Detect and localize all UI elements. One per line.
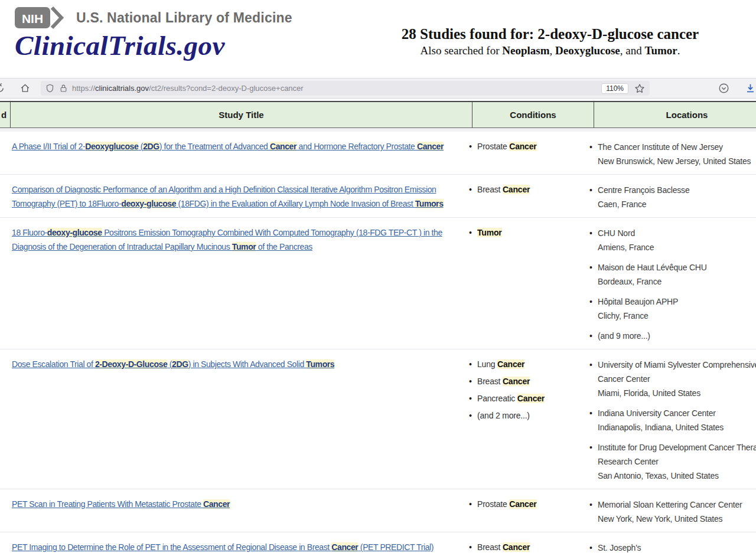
- page: NIH U.S. National Library of Medicine Cl…: [0, 0, 756, 556]
- conditions-cell: •Lung Cancer•Breast Cancer•Pancreatic Ca…: [462, 349, 584, 489]
- zoom-level-badge[interactable]: 110%: [601, 83, 628, 94]
- study-title-cell: A Phase I/II Trial of 2-Deoxyglucose (2D…: [0, 132, 462, 174]
- shield-icon[interactable]: [45, 84, 54, 93]
- url-text[interactable]: https://clinicaltrials.gov/ct2/results?c…: [72, 84, 304, 93]
- bullet-icon: •: [589, 406, 598, 420]
- study-title-link[interactable]: Dose Escalation Trial of 2-Deoxy-D-Gluco…: [12, 359, 334, 369]
- bullet-icon: •: [469, 140, 477, 153]
- study-title-link[interactable]: A Phase I/II Trial of 2-Deoxyglucose (2D…: [12, 142, 444, 151]
- location-city-line: Cancer Center: [589, 372, 756, 386]
- bullet-icon: •: [589, 260, 598, 274]
- condition-item: •(and 2 more...): [469, 409, 584, 422]
- condition-item: •Pancreatic Cancer: [469, 392, 584, 405]
- conditions-cell: •Prostate Cancer: [462, 132, 584, 174]
- bookmark-star-icon[interactable]: [634, 83, 645, 94]
- location-item: •University of Miami Sylvester Comprehen…: [589, 358, 756, 400]
- bullet-icon: •: [589, 140, 598, 154]
- location-name-line: •Indiana University Cancer Center: [589, 406, 756, 420]
- bullet-icon: •: [589, 541, 598, 555]
- table-row: Comparison of Diagnostic Performance of …: [0, 174, 756, 217]
- location-city-line: New York, New York, United States: [589, 512, 756, 526]
- bullet-icon: •: [589, 440, 598, 454]
- location-name-line: •Institute for Drug Development Cancer T…: [589, 440, 756, 454]
- locations-cell: •University of Miami Sylvester Comprehen…: [584, 349, 756, 489]
- location-item: •Memorial Sloan Kettering Cancer CenterN…: [589, 498, 756, 526]
- study-title-cell: PET Scan in Treating Patients With Metas…: [0, 489, 462, 532]
- location-item: •CHU NordAmiens, France: [589, 226, 756, 254]
- conditions-cell: •Tumor: [462, 218, 584, 349]
- study-title-cell: 18 Fluoro-deoxy-glucose Positrons Emissi…: [0, 218, 462, 349]
- url-bar[interactable]: https://clinicaltrials.gov/ct2/results?c…: [41, 81, 650, 96]
- bullet-icon: •: [589, 226, 598, 240]
- location-item: •(and 9 more...): [589, 329, 756, 343]
- org-name: U.S. National Library of Medicine: [76, 10, 292, 26]
- table-row: Dose Escalation Trial of 2-Deoxy-D-Gluco…: [0, 349, 756, 489]
- nih-logo-icon: NIH: [15, 6, 68, 30]
- header-conditions: Conditions: [472, 102, 594, 127]
- bullet-icon: •: [469, 375, 477, 388]
- header-clipped-col: d: [0, 102, 11, 127]
- header-locations: Locations: [594, 102, 756, 127]
- condition-item: •Prostate Cancer: [469, 140, 584, 153]
- bullet-icon: •: [589, 295, 598, 309]
- study-title-link[interactable]: 18 Fluoro-deoxy-glucose Positrons Emissi…: [12, 228, 442, 251]
- table-header-row: d Study Title Conditions Locations: [0, 101, 756, 128]
- location-city-line: Miami, Florida, United States: [589, 386, 756, 400]
- location-city-line: Indianapolis, Indiana, United States: [589, 420, 756, 434]
- results-table: d Study Title Conditions Locations A Pha…: [0, 101, 756, 556]
- location-item: •Hôpital Beaujon APHPClichy, France: [589, 295, 756, 323]
- download-icon[interactable]: [745, 83, 756, 94]
- table-row: PET Scan in Treating Patients With Metas…: [0, 489, 756, 532]
- site-logo[interactable]: ClinicalTrials.gov: [15, 32, 369, 60]
- lock-icon[interactable]: [60, 84, 67, 93]
- condition-item: •Tumor: [469, 226, 584, 239]
- nih-logo[interactable]: NIH: [15, 6, 68, 30]
- bullet-icon: •: [469, 409, 477, 422]
- location-name-line: •University of Miami Sylvester Comprehen…: [589, 358, 756, 372]
- results-count-heading: 28 Studies found for: 2-deoxy-D-glucose …: [369, 26, 731, 42]
- bullet-icon: •: [589, 358, 598, 372]
- bullet-icon: •: [469, 226, 477, 239]
- bullet-icon: •: [469, 392, 477, 405]
- home-icon[interactable]: [20, 83, 30, 93]
- bullet-icon: •: [469, 358, 477, 371]
- conditions-cell: •Breast Cancer: [462, 532, 584, 556]
- location-name-line: •Hôpital Beaujon APHP: [589, 295, 756, 309]
- circle-chevron-down-icon[interactable]: [718, 83, 729, 94]
- location-item: •The Cancer Institute of New JerseyNew B…: [589, 140, 756, 168]
- study-title-link[interactable]: PET Imaging to Determine the Role of PET…: [12, 542, 434, 552]
- locations-cell: •St. Joseph'sHamilton, Ontario, Canada•J…: [584, 532, 756, 556]
- study-title-cell: PET Imaging to Determine the Role of PET…: [0, 532, 462, 556]
- locations-cell: •CHU NordAmiens, France•Maison de Haut L…: [584, 218, 756, 349]
- location-item: •Centre François BaclesseCaen, France: [589, 183, 756, 211]
- svg-text:NIH: NIH: [22, 12, 43, 25]
- location-city-line: Amiens, France: [589, 240, 756, 254]
- study-title-cell: Dose Escalation Trial of 2-Deoxy-D-Gluco…: [0, 349, 462, 489]
- location-name-line: •(and 9 more...): [589, 329, 756, 343]
- bullet-icon: •: [589, 183, 598, 197]
- location-name-line: •CHU Nord: [589, 226, 756, 240]
- browser-toolbar: https://clinicaltrials.gov/ct2/results?c…: [0, 78, 756, 99]
- reload-icon[interactable]: [0, 83, 5, 93]
- bullet-icon: •: [469, 183, 477, 196]
- header-study-title: Study Title: [11, 102, 472, 127]
- study-title-link[interactable]: Comparison of Diagnostic Performance of …: [12, 185, 444, 208]
- location-name-line: •Centre François Baclesse: [589, 183, 756, 197]
- condition-item: •Breast Cancer: [469, 541, 584, 554]
- location-item: •Indiana University Cancer CenterIndiana…: [589, 406, 756, 434]
- bullet-icon: •: [469, 541, 477, 554]
- site-header: NIH U.S. National Library of Medicine Cl…: [0, 0, 756, 78]
- study-title-cell: Comparison of Diagnostic Performance of …: [0, 175, 462, 217]
- table-row: 18 Fluoro-deoxy-glucose Positrons Emissi…: [0, 217, 756, 349]
- study-title-link[interactable]: PET Scan in Treating Patients With Metas…: [12, 499, 230, 509]
- location-name-line: •St. Joseph's: [589, 541, 756, 555]
- location-item: •Institute for Drug Development Cancer T…: [589, 440, 756, 483]
- locations-cell: •Centre François BaclesseCaen, France: [584, 175, 756, 217]
- location-city-line: San Antonio, Texas, United States: [589, 469, 756, 483]
- condition-item: •Lung Cancer: [469, 358, 584, 371]
- conditions-cell: •Breast Cancer: [462, 175, 584, 217]
- conditions-cell: •Prostate Cancer: [462, 489, 584, 532]
- brand-block: NIH U.S. National Library of Medicine Cl…: [0, 0, 369, 78]
- condition-item: •Breast Cancer: [469, 375, 584, 388]
- location-item: •Maison de Haut Lévêque CHUBordeaux, Fra…: [589, 260, 756, 289]
